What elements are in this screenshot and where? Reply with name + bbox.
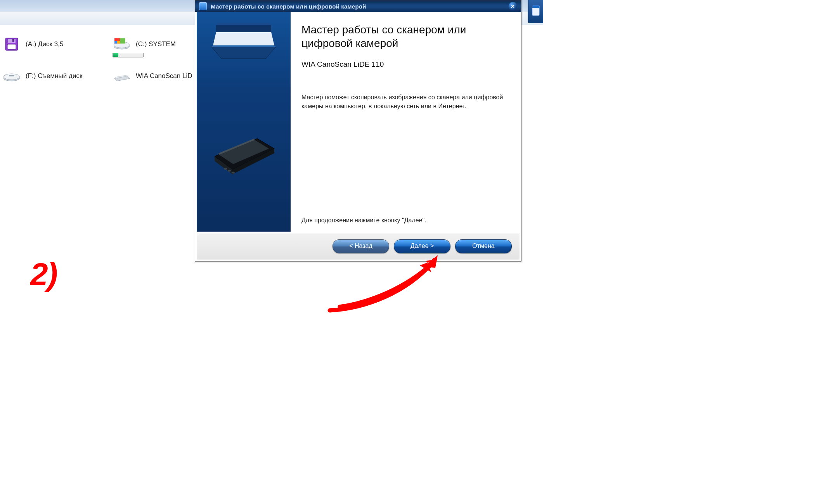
svg-point-14 [3, 74, 19, 80]
capacity-fill [113, 53, 118, 57]
wizard-continue-text: Для продолжения нажмите кнопку "Далее". [301, 217, 509, 224]
svg-point-30 [224, 168, 227, 170]
scanner-device-illustration [208, 125, 280, 179]
dialog-content: Мастер работы со сканером или цифровой к… [197, 12, 520, 232]
svg-rect-7 [120, 38, 125, 44]
svg-rect-15 [9, 75, 14, 76]
back-button[interactable]: < Назад [333, 239, 389, 253]
hdd-icon [113, 36, 131, 52]
drive-label: (F:) Съемный диск [26, 72, 82, 80]
drive-label: (C:) SYSTEM [136, 40, 176, 48]
drive-label: WIA CanoScan LiD [136, 72, 192, 80]
wizard-heading: Мастер работы со сканером или цифровой к… [301, 23, 509, 50]
drive-item-floppy[interactable]: (A:) Диск 3,5 [2, 36, 63, 52]
capacity-bar [113, 53, 144, 57]
page-icon [531, 4, 540, 18]
svg-point-31 [228, 170, 231, 172]
floppy-icon [2, 36, 21, 52]
drive-item-removable[interactable]: (F:) Съемный диск [2, 68, 82, 84]
svg-rect-19 [532, 5, 539, 8]
svg-marker-33 [420, 260, 435, 272]
dialog-button-bar: < Назад Далее > Отмена [197, 233, 520, 260]
svg-rect-2 [12, 39, 14, 42]
device-name: WIA CanoScan LiDE 110 [301, 60, 509, 69]
app-icon [199, 2, 207, 10]
annotation-step-number: 2) [30, 256, 57, 293]
scanner-wizard-dialog: Мастер работы со сканером или цифровой к… [195, 0, 521, 262]
svg-rect-12 [114, 38, 117, 41]
drive-item-system[interactable]: (C:) SYSTEM [113, 36, 176, 52]
next-button[interactable]: Далее > [394, 239, 450, 253]
svg-marker-23 [216, 25, 271, 32]
dialog-titlebar[interactable]: Мастер работы со сканером или цифровой к… [195, 0, 521, 12]
svg-marker-20 [211, 47, 276, 59]
scanner-top-illustration [208, 21, 280, 68]
drive-label: (A:) Диск 3,5 [26, 40, 63, 48]
wizard-main-panel: Мастер работы со сканером или цифровой к… [291, 12, 520, 232]
removable-icon [2, 68, 21, 84]
svg-point-32 [232, 172, 235, 174]
dialog-title: Мастер работы со сканером или цифровой к… [211, 3, 366, 10]
svg-rect-10 [114, 41, 117, 43]
wizard-intro-text: Мастер поможет скопировать изображения с… [301, 93, 509, 111]
svg-rect-11 [117, 41, 120, 43]
svg-marker-22 [213, 32, 274, 45]
close-icon[interactable]: ✕ [509, 2, 517, 10]
cancel-button[interactable]: Отмена [455, 239, 512, 253]
svg-marker-21 [211, 45, 276, 47]
svg-marker-24 [216, 23, 271, 25]
wizard-side-panel [197, 12, 291, 232]
scanner-icon [113, 68, 131, 84]
right-side-tab[interactable] [528, 0, 543, 23]
svg-rect-3 [7, 44, 16, 49]
drive-item-scanner[interactable]: WIA CanoScan LiD [113, 68, 192, 84]
